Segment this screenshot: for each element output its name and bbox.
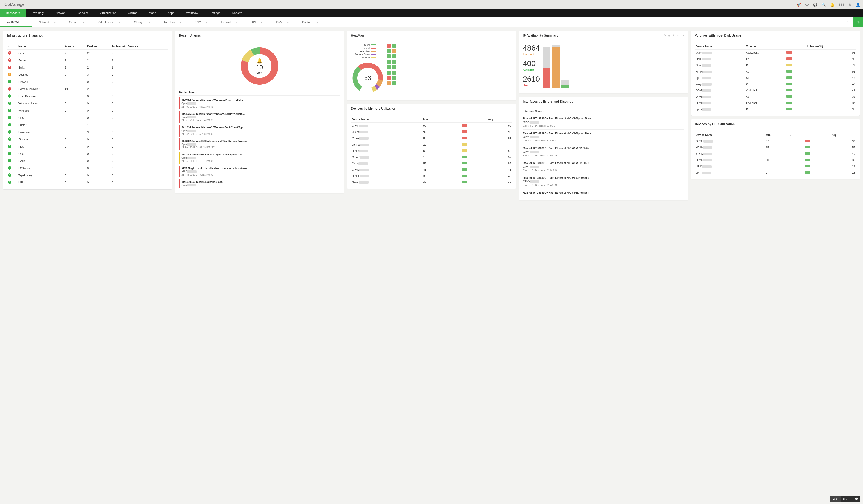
disk-row[interactable]: OPMC:38 bbox=[695, 94, 856, 100]
infra-row[interactable]: PDU000 bbox=[7, 143, 168, 150]
infra-row[interactable]: URLs000 bbox=[7, 179, 168, 186]
disk-row[interactable]: OPMC:\ Label...42 bbox=[695, 87, 856, 94]
nav-workflow[interactable]: Workflow bbox=[180, 9, 204, 17]
table-row[interactable]: Cisco52...52 bbox=[351, 160, 512, 167]
alarm-item[interactable]: ID=1014 Source=Microsoft-Windows-DNS-Cli… bbox=[179, 125, 340, 137]
table-row[interactable]: N2-op42...42 bbox=[351, 179, 512, 185]
heat-cell[interactable] bbox=[392, 60, 396, 64]
alarm-item[interactable]: ID=6002 Source=MSExchange Mid-Tier Stora… bbox=[179, 138, 340, 150]
subnav-overview[interactable]: Overview⌄ bbox=[0, 17, 32, 27]
alarm-item[interactable]: ID=2004 Source=Microsoft-Windows-Resourc… bbox=[179, 98, 340, 109]
interface-row[interactable]: Realtek RTL8139C+ Fast Ethernet NIC #3-W… bbox=[523, 144, 684, 159]
table-row[interactable]: opm-w26...74 bbox=[351, 142, 512, 148]
heat-cell[interactable] bbox=[392, 70, 396, 75]
interface-row[interactable]: Realtek RTL8139C+ Fast Ethernet NIC #3-W… bbox=[523, 159, 684, 174]
table-row[interactable]: OPMo45...46 bbox=[351, 167, 512, 173]
add-widget-button[interactable]: ⊕ bbox=[853, 17, 863, 27]
table-row[interactable]: OPM-30...39 bbox=[695, 157, 856, 163]
infra-row[interactable]: Unknown030 bbox=[7, 129, 168, 136]
subnav-network[interactable]: Network⌄ bbox=[32, 17, 62, 27]
nav-network[interactable]: Network bbox=[50, 9, 72, 17]
table-row[interactable]: HP D4...29 bbox=[695, 163, 856, 170]
disk-row[interactable]: vCenC:\ Label...96 bbox=[695, 50, 856, 56]
disk-row[interactable]: OpmC:95 bbox=[695, 56, 856, 62]
gear-icon[interactable]: ⚙ bbox=[849, 2, 852, 7]
alarm-item[interactable]: ID=1010 Source=MSExchangeFastSOpm bbox=[179, 179, 340, 189]
disk-row[interactable]: vijay-C:43 bbox=[695, 81, 856, 87]
table-row[interactable]: Opm-215...57 bbox=[351, 154, 512, 160]
heat-cell[interactable] bbox=[387, 60, 391, 64]
interface-row[interactable]: Realtek RTL8139C+ Fast Ethernet NIC #3-N… bbox=[523, 129, 684, 144]
nav-inventory[interactable]: Inventory bbox=[26, 9, 50, 17]
disk-row[interactable]: OPMC:\ Label...37 bbox=[695, 100, 856, 106]
infra-row[interactable]: Firewall000 bbox=[7, 78, 168, 86]
screen-icon[interactable]: 🖵 bbox=[805, 2, 809, 7]
infra-row[interactable]: Desktop832 bbox=[7, 71, 168, 78]
interface-row[interactable]: Realtek RTL8139C+ Fast Ethernet NIC #4-E… bbox=[523, 189, 684, 197]
subnav-dpi[interactable]: DPI⌄ bbox=[244, 17, 269, 27]
subnav-virtualization[interactable]: Virtualization⌄ bbox=[91, 17, 127, 27]
heat-cell[interactable] bbox=[392, 54, 396, 59]
close-icon[interactable]: ⋯ bbox=[681, 34, 684, 37]
interface-row[interactable]: Realtek RTL8139C+ Fast Ethernet NIC #3-N… bbox=[523, 115, 684, 129]
nav-dashboard[interactable]: Dashboard bbox=[0, 9, 26, 17]
table-row[interactable]: HP DL35...45 bbox=[351, 173, 512, 179]
disk-row[interactable]: HP PiC:52 bbox=[695, 68, 856, 75]
bell-icon[interactable]: 🔔 bbox=[830, 2, 835, 7]
nav-apps[interactable]: Apps bbox=[162, 9, 180, 17]
interface-row[interactable]: Realtek RTL8139C+ Fast Ethernet NIC #3-E… bbox=[523, 174, 684, 189]
edit-icon[interactable]: ✎ bbox=[673, 34, 675, 37]
alarm-item[interactable]: APM Plugin: Health is critical as the re… bbox=[179, 166, 340, 178]
subnav-storage[interactable]: Storage⌄ bbox=[127, 17, 157, 27]
heat-cell[interactable] bbox=[387, 65, 391, 69]
nav-servers[interactable]: Servers bbox=[72, 9, 94, 17]
rocket-icon[interactable]: 🚀 bbox=[797, 2, 801, 7]
infra-row[interactable]: Wireless000 bbox=[7, 107, 168, 114]
table-row[interactable]: HP Pr35...57 bbox=[695, 144, 856, 151]
heat-cell[interactable] bbox=[392, 65, 396, 69]
alarm-item[interactable]: ID=700 Source=NTDS ISAM Type=3 Message=N… bbox=[179, 152, 340, 164]
infra-row[interactable]: DomainController4922 bbox=[7, 86, 168, 93]
infra-row[interactable]: Printer010 bbox=[7, 121, 168, 129]
nav-reports[interactable]: Reports bbox=[226, 9, 248, 17]
infra-row[interactable]: Switch121 bbox=[7, 64, 168, 71]
infra-row[interactable]: UPS000 bbox=[7, 114, 168, 121]
disk-row[interactable]: opm-C:48 bbox=[695, 75, 856, 81]
table-row[interactable]: vCent92...93 bbox=[351, 129, 512, 135]
heat-cell[interactable] bbox=[387, 70, 391, 75]
nav-settings[interactable]: Settings bbox=[204, 9, 226, 17]
barcode-icon[interactable]: ▮▮▮ bbox=[838, 2, 845, 7]
heat-cell[interactable] bbox=[392, 76, 396, 80]
heat-cell[interactable] bbox=[387, 76, 391, 80]
search-icon[interactable]: 🔍 bbox=[822, 2, 826, 7]
expand-icon[interactable]: ⤢ bbox=[677, 34, 679, 37]
heat-cell[interactable] bbox=[392, 81, 396, 85]
infra-row[interactable]: WAN Accelerator000 bbox=[7, 100, 168, 107]
heat-cell[interactable] bbox=[392, 43, 396, 48]
infra-row[interactable]: TapeLibrary000 bbox=[7, 172, 168, 179]
disk-row[interactable]: opm-D:35 bbox=[695, 106, 856, 113]
heat-cell[interactable] bbox=[387, 43, 391, 48]
infra-row[interactable]: FCSwitch000 bbox=[7, 165, 168, 172]
alarm-item[interactable]: ID=4625 Source=Microsoft-Windows-Securit… bbox=[179, 111, 340, 123]
table-row[interactable]: k16-D11...49 bbox=[695, 151, 856, 157]
infra-row[interactable]: RAID000 bbox=[7, 157, 168, 165]
subnav-custom[interactable]: Custom⌄ bbox=[296, 17, 325, 27]
nav-maps[interactable]: Maps bbox=[143, 9, 162, 17]
table-row[interactable]: Opma80...81 bbox=[351, 135, 512, 142]
infra-row[interactable]: Router222 bbox=[7, 57, 168, 64]
table-row[interactable]: opm-1...28 bbox=[695, 170, 856, 176]
table-row[interactable]: OPM-98...98 bbox=[351, 122, 512, 129]
infra-row[interactable]: UCS000 bbox=[7, 150, 168, 157]
nav-virtualization[interactable]: Virtualization bbox=[94, 9, 122, 17]
subnav-ipam[interactable]: IPAM⌄ bbox=[269, 17, 296, 27]
favorite-star-button[interactable]: ☆ bbox=[842, 18, 852, 26]
disk-row[interactable]: OpmD:72 bbox=[695, 62, 856, 68]
refresh-icon[interactable]: ↻ bbox=[664, 34, 666, 37]
infra-row[interactable]: Server215207 bbox=[7, 50, 168, 57]
user-icon[interactable]: 👤 bbox=[856, 2, 860, 7]
heat-cell[interactable] bbox=[387, 81, 391, 85]
heat-cell[interactable] bbox=[392, 49, 396, 53]
table-row[interactable]: OPMo97...99 bbox=[695, 138, 856, 145]
heat-cell[interactable] bbox=[387, 54, 391, 59]
